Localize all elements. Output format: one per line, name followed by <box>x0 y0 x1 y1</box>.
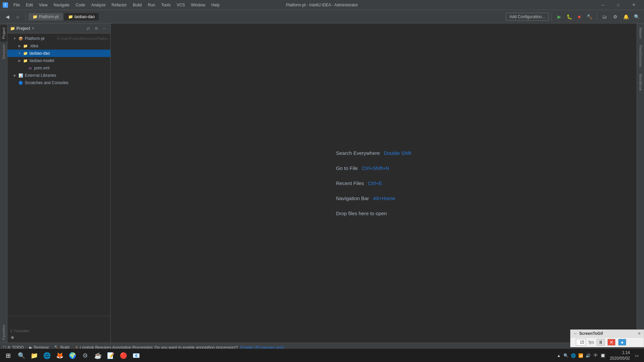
dropdown-icon[interactable]: ▼ <box>32 26 35 30</box>
close-button[interactable]: ✕ <box>626 0 641 10</box>
start-button[interactable]: ⊞ <box>1 350 15 362</box>
sync-button[interactable]: ⇄ <box>85 25 92 32</box>
tree-item-platform-pt[interactable]: ▼ 📦 Platform-pt D:\mainProjectDirectory\… <box>7 35 110 42</box>
recent-files-label: Recent Files <box>336 180 364 186</box>
tree-item-label: taobao-dao <box>30 51 110 56</box>
show-desktop-button[interactable]: ▭ <box>633 352 640 359</box>
settings-button[interactable]: ⚙ <box>610 12 620 21</box>
sidebar-item-project[interactable]: Project <box>0 25 7 42</box>
menu-file[interactable]: File <box>11 2 22 8</box>
tree-item-label: Platform-pt <box>25 36 54 41</box>
menu-build[interactable]: Build <box>130 2 145 8</box>
tray-icon-layout[interactable]: 🔲 <box>600 352 606 359</box>
project-structure-button[interactable]: 🗂 <box>600 12 609 21</box>
debug-button[interactable]: 🐛 <box>565 12 574 21</box>
right-tab-maven[interactable]: Maven <box>637 25 644 41</box>
notification-button[interactable]: 🔔 <box>621 12 631 21</box>
maximize-button[interactable]: □ <box>610 0 626 10</box>
screentogif-fps-value[interactable]: 15 <box>576 339 586 346</box>
run-button[interactable]: ▶ <box>554 12 564 21</box>
menu-refactor[interactable]: Refactor <box>109 2 129 8</box>
tree-item-path: D:\mainProjectDirectory\Platfor... <box>57 37 110 41</box>
search-everywhere-shortcut[interactable]: Double Shift <box>384 150 412 156</box>
menu-code[interactable]: Code <box>73 2 88 8</box>
menu-edit[interactable]: Edit <box>23 2 36 8</box>
folder-icon: 📁 <box>23 58 28 63</box>
project-icon: 📦 <box>18 36 23 41</box>
tree-item-idea[interactable]: ▶ 📁 .idea <box>7 42 110 50</box>
menu-help[interactable]: Help <box>209 2 222 8</box>
menu-vcs[interactable]: VCS <box>174 2 188 8</box>
folder-active-icon: 📁 <box>68 14 73 19</box>
screentogif-overlay: ← ScreenToGif ✕ 15 fps ⏸ ✕ ● <box>570 329 644 347</box>
menu-run[interactable]: Run <box>145 2 158 8</box>
go-to-file-shortcut[interactable]: Ctrl+Shift+N <box>362 165 389 171</box>
add-configuration-button[interactable]: Add Configuration... <box>506 13 549 21</box>
tray-show-hidden[interactable]: ▲ <box>555 352 562 359</box>
tray-icon-4[interactable]: 🔊 <box>585 352 592 359</box>
tab-taobao-dao[interactable]: 📁 taobao-dao <box>64 13 99 20</box>
taskbar-app4[interactable]: 🔴 <box>117 350 129 362</box>
taskbar-app5[interactable]: 📧 <box>130 350 142 362</box>
navigation-bar-shortcut[interactable]: Alt+Home <box>373 195 395 201</box>
screentogif-record-button[interactable]: ● <box>618 339 626 346</box>
menu-navigate[interactable]: Navigate <box>51 2 72 8</box>
forward-button[interactable]: ▶ <box>13 12 23 21</box>
screentogif-pause-button[interactable]: ⏸ <box>597 339 605 346</box>
build-button[interactable]: 🔨 <box>585 12 594 21</box>
toolbar-separator-1 <box>25 13 26 21</box>
tray-icon-2[interactable]: 🌐 <box>570 352 577 359</box>
search-everywhere-button[interactable]: 🔍 <box>632 12 641 21</box>
back-button[interactable]: ◀ <box>3 12 12 21</box>
clock-date: 2020/05/02 <box>610 356 630 361</box>
stop-button[interactable]: ■ <box>575 12 584 21</box>
tree-item-external-libraries[interactable]: ▶ 📊 External Libraries <box>7 72 110 79</box>
menu-view[interactable]: View <box>36 2 50 8</box>
menu-analyze[interactable]: Analyze <box>89 2 108 8</box>
star-icon[interactable]: ★ <box>9 334 109 341</box>
tree-item-taobao-dao[interactable]: ▼ 📁 taobao-dao <box>7 50 110 57</box>
menu-tools[interactable]: Tools <box>159 2 173 8</box>
tree-item-scratches-consoles[interactable]: 🔵 Scratches and Consoles <box>7 79 110 86</box>
taskbar-file-explorer[interactable]: 📁 <box>28 350 40 362</box>
taskbar-edge[interactable]: 🌐 <box>41 350 53 362</box>
tree-item-pom-xml[interactable]: m pom.xml <box>7 64 110 72</box>
expand-arrow-icon: ▶ <box>17 44 21 48</box>
sidebar-item-structure[interactable]: Structure <box>0 42 7 62</box>
tree-item-taobao-model[interactable]: ▶ 📁 taobao-model <box>7 57 110 64</box>
right-tab-restservices[interactable]: RestServices <box>637 43 644 70</box>
sidebar-item-favorites[interactable]: Favorites <box>0 322 7 343</box>
screentogif-controls: 15 fps ⏸ ✕ ● <box>571 338 644 347</box>
right-tab-wordbook[interactable]: WordBook <box>637 71 644 94</box>
collapse-button[interactable]: ─ <box>101 25 108 32</box>
screentogif-close-button[interactable]: ✕ <box>638 331 641 336</box>
screentogif-stop-button[interactable]: ✕ <box>607 339 615 346</box>
right-sidebar: Maven RestServices WordBook <box>637 23 644 343</box>
expand-arrow-icon: ▼ <box>17 51 21 55</box>
app-icon: I <box>3 2 8 8</box>
tree-item-label: pom.xml <box>34 66 110 70</box>
tab-platform-pt[interactable]: 📁 Platform-pt <box>29 13 63 20</box>
taskbar-app1[interactable]: ⚙ <box>79 350 91 362</box>
tray-icon-ime[interactable]: 中 <box>592 352 599 359</box>
window-title: Platform-pt - IntelliJ IDEA - Administra… <box>286 3 358 7</box>
taskbar-search[interactable]: 🔍 <box>15 350 28 362</box>
menu-window[interactable]: Window <box>188 2 208 8</box>
window-controls: ─ □ ✕ <box>595 0 641 10</box>
tray-icon-1[interactable]: 🔍 <box>563 352 570 359</box>
expand-arrow-icon: ▶ <box>13 73 17 77</box>
title-bar: I File Edit View Navigate Code Analyze R… <box>0 0 644 10</box>
project-tree: ▼ 📦 Platform-pt D:\mainProjectDirectory\… <box>7 34 110 316</box>
taskbar-app3[interactable]: 📝 <box>105 350 117 362</box>
folder-small-icon: 📁 <box>33 14 38 19</box>
taskbar-app2[interactable]: ☕ <box>92 350 104 362</box>
taskbar-firefox[interactable]: 🦊 <box>54 350 66 362</box>
recent-files-shortcut[interactable]: Ctrl+E <box>368 180 382 186</box>
tray-icon-3[interactable]: 📶 <box>578 352 584 359</box>
gear-icon[interactable]: ⚙ <box>93 25 100 32</box>
folder-icon: 📁 <box>23 51 28 56</box>
minimize-button[interactable]: ─ <box>595 0 610 10</box>
screentogif-back-button[interactable]: ← <box>573 331 578 336</box>
system-clock[interactable]: 1:14 2020/05/02 <box>607 350 633 361</box>
taskbar-chrome[interactable]: 🌍 <box>66 350 78 362</box>
